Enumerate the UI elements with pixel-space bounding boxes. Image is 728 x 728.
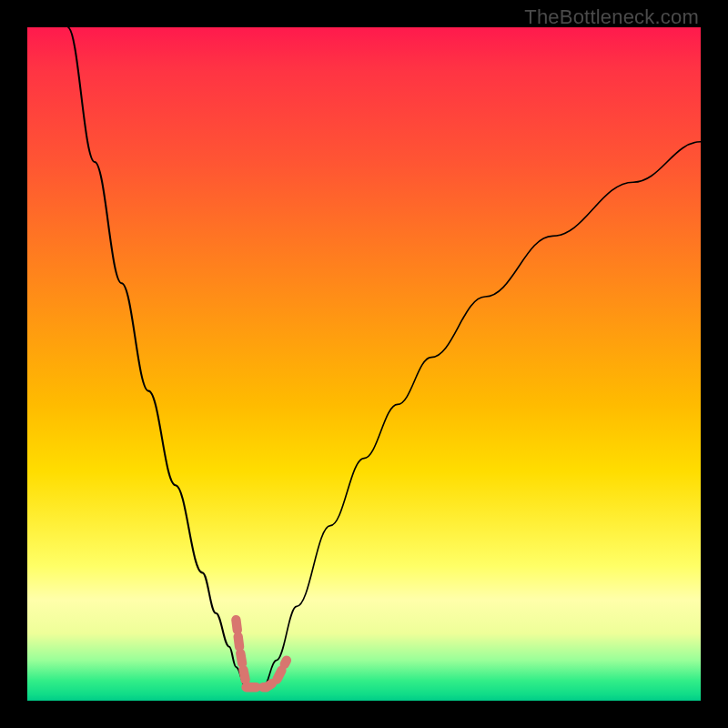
marker-floor <box>247 661 287 688</box>
marker-left-descent <box>236 620 246 683</box>
highlight-marker <box>27 27 701 701</box>
watermark-text: TheBottleneck.com <box>524 5 699 29</box>
chart-frame: TheBottleneck.com <box>0 0 728 728</box>
plot-area <box>27 27 701 701</box>
